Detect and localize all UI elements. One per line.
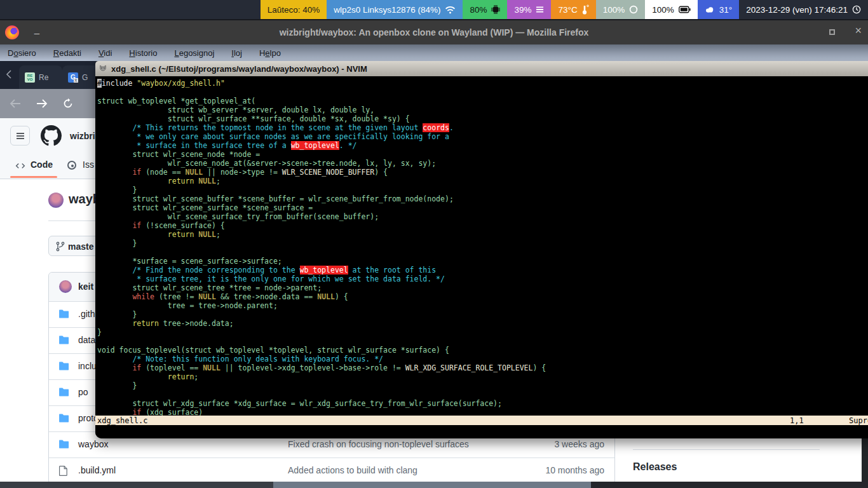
- code-line: return NULL;: [97, 177, 546, 186]
- wifi-icon: [445, 6, 456, 14]
- file-name-link[interactable]: .build.yml: [78, 465, 116, 475]
- file-row: .build.ymlAdded actions to build with cl…: [49, 458, 614, 484]
- commit-date[interactable]: 10 months ago: [545, 465, 604, 475]
- file-name-link[interactable]: data: [78, 335, 95, 345]
- menu-legosignoj[interactable]: Legosignoj: [174, 48, 214, 58]
- committer-name[interactable]: keit: [78, 281, 93, 292]
- battery-widget[interactable]: 100%: [645, 0, 698, 19]
- hamburger-menu-button[interactable]: [10, 126, 30, 146]
- folder-icon: [59, 414, 69, 424]
- code-line: if (node == NULL || node->type != WLR_SC…: [97, 168, 546, 177]
- maximize-button[interactable]: [829, 29, 835, 35]
- statusline-cursor-position: 1,1: [790, 416, 804, 425]
- code-line: }: [97, 310, 546, 319]
- code-line: return tree->node.data;: [97, 319, 546, 328]
- code-line: struct wlr_scene_surface *scene_surface …: [97, 203, 546, 212]
- back-button[interactable]: [9, 98, 22, 109]
- minimize-button[interactable]: –: [31, 27, 43, 38]
- terminal-titlebar[interactable]: xdg_shell.c (~/Elŝutoj/programs/wayland/…: [95, 61, 868, 76]
- window-title: wizbright/waybox: An openbox clone on Wa…: [0, 27, 868, 37]
- code-line: struct wlr_xdg_surface *xdg_surface = wl…: [97, 399, 546, 408]
- network-widget[interactable]: wlp2s0 Linksys12876 (84%): [327, 0, 463, 19]
- weather-widget[interactable]: 31°: [698, 0, 739, 19]
- battery-label: 100%: [652, 5, 674, 15]
- code-line: *surface = scene_surface->surface;: [97, 257, 546, 266]
- forward-button[interactable]: [36, 98, 48, 109]
- clock-label: 2023-12-29 (ven) 17:46:21: [746, 5, 848, 15]
- menu-redakti[interactable]: Redakti: [53, 48, 81, 58]
- code-line: while (tree != NULL && tree->node.data =…: [97, 292, 546, 301]
- code-buffer: #include "waybox/xdg_shell.h"struct wb_t…: [97, 79, 546, 417]
- menu-vidi[interactable]: Vidi: [98, 48, 112, 58]
- tab-issues[interactable]: Iss: [83, 159, 94, 170]
- volume-label: Laŭteco: 40%: [268, 5, 320, 15]
- reload-button[interactable]: [62, 98, 74, 109]
- branch-icon: [55, 241, 65, 252]
- disk-widget[interactable]: 100%: [596, 0, 646, 19]
- tab-code[interactable]: Code: [31, 159, 53, 170]
- code-line: return NULL;: [97, 230, 546, 239]
- commit-date[interactable]: 3 weeks ago: [554, 439, 604, 449]
- code-line: struct wlr_surface **surface, double *sx…: [97, 114, 546, 123]
- menu-dosiero[interactable]: Dosiero: [8, 48, 36, 58]
- nvim-statusline: xdg_shell.c 1,1 Supre: [95, 416, 868, 425]
- code-line: }: [97, 328, 546, 337]
- code-line: struct wlr_scene_tree *tree = node->pare…: [97, 283, 546, 292]
- temperature-widget[interactable]: 73°C: [551, 0, 595, 19]
- code-line: wlr_scene_surface_try_from_buffer(scene_…: [97, 212, 546, 221]
- firefox-titlebar[interactable]: – wizbright/waybox: An openbox clone on …: [0, 20, 868, 44]
- bars-icon: [536, 6, 544, 13]
- network-label: wlp2s0 Linksys12876 (84%): [334, 5, 440, 15]
- memory-widget[interactable]: 39%: [507, 0, 551, 19]
- horizontal-scrollbar-track: [0, 482, 868, 488]
- code-line: if (toplevel == NULL || toplevel->xdg_to…: [97, 363, 546, 372]
- file-name-link[interactable]: po: [78, 387, 88, 397]
- code-line: void focus_toplevel(struct wb_toplevel *…: [97, 346, 546, 355]
- code-line: return;: [97, 372, 546, 381]
- github-logo-icon[interactable]: [41, 125, 62, 149]
- code-line: tree = tree->node.parent;: [97, 301, 546, 310]
- horizontal-scrollbar-thumb[interactable]: [273, 482, 591, 488]
- committer-avatar[interactable]: [59, 280, 72, 293]
- code-line: wlr_scene_node_at(&server->scene->tree.n…: [97, 159, 546, 168]
- scroll-tabs-left-button[interactable]: [5, 69, 13, 82]
- terminal-content[interactable]: #include "waybox/xdg_shell.h"struct wb_t…: [95, 76, 868, 438]
- code-line: * surface tree, it is the only one for w…: [97, 274, 546, 283]
- circle-icon: [629, 5, 638, 14]
- tab-label: G: [82, 73, 88, 82]
- clock-widget[interactable]: 2023-12-29 (ven) 17:46:21: [739, 0, 868, 19]
- revo-favicon-icon: REVO: [25, 72, 35, 83]
- menu-helpo[interactable]: Helpo: [259, 48, 281, 58]
- close-button[interactable]: ×: [855, 24, 862, 37]
- volume-widget[interactable]: Laŭteco: 40%: [261, 0, 327, 19]
- vertical-scrollbar[interactable]: [862, 438, 868, 482]
- code-line: struct wb_server *server, double lx, dou…: [97, 105, 546, 114]
- menu-historio[interactable]: Historio: [129, 48, 157, 58]
- menu-iloj[interactable]: Iloj: [231, 48, 242, 58]
- tab-label: Re: [39, 73, 48, 82]
- code-line: /* This returns the topmost node in the …: [97, 123, 546, 132]
- memory-label: 39%: [514, 5, 531, 15]
- code-line: [97, 88, 546, 97]
- folder-icon: [59, 440, 69, 451]
- commit-message-link[interactable]: Fixed crash on focusing non-toplevel sur…: [288, 439, 469, 449]
- cpu-widget[interactable]: 80%: [463, 0, 507, 19]
- code-line: struct wlr_scene_node *node =: [97, 150, 546, 159]
- repo-owner-avatar[interactable]: [48, 193, 64, 208]
- folder-icon: [59, 336, 69, 346]
- browser-tab-1[interactable]: REVORe: [19, 65, 62, 89]
- browser-tab-2[interactable]: G文G: [62, 65, 100, 89]
- code-line: /* Find the node corresponding to the wb…: [97, 266, 546, 274]
- code-line: #include "waybox/xdg_shell.h": [97, 79, 546, 88]
- code-line: [97, 390, 546, 399]
- statusline-filename: xdg_shell.c: [97, 416, 147, 425]
- firefox-menubar: DosieroRedaktiVidiHistorioLegosignojIloj…: [0, 44, 868, 61]
- translate-favicon-icon: G文: [68, 72, 78, 83]
- kitty-terminal-window: xdg_shell.c (~/Elŝutoj/programs/wayland/…: [95, 61, 868, 438]
- code-line: struct wlr_scene_buffer *scene_buffer = …: [97, 194, 546, 203]
- commit-message-link[interactable]: Added actions to build with clang: [288, 465, 417, 475]
- file-name-link[interactable]: waybox: [78, 439, 108, 449]
- code-line: }: [97, 186, 546, 194]
- issue-opened-icon: [67, 161, 76, 170]
- releases-heading[interactable]: Releases: [633, 461, 677, 473]
